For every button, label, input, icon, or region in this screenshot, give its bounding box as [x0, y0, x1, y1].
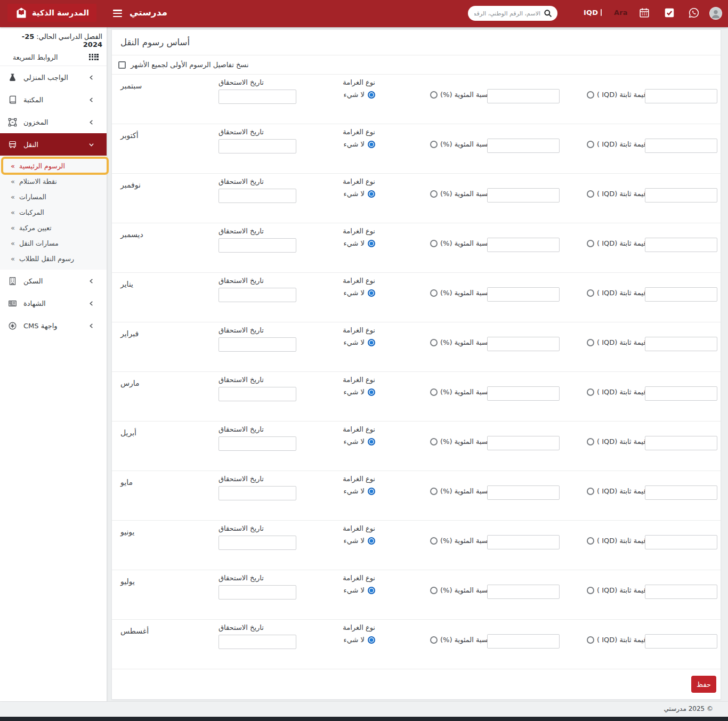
- fine-fixed-input[interactable]: [645, 535, 717, 549]
- fine-percentage-input[interactable]: [487, 485, 560, 500]
- fine-percentage-radio[interactable]: [430, 289, 438, 297]
- fine-percentage-input[interactable]: [487, 535, 560, 549]
- sidebar-subitem-student-transport-fees[interactable]: « رسوم النقل للطلاب: [0, 251, 107, 266]
- fine-fixed-radio[interactable]: [587, 190, 594, 198]
- fine-fixed-radio[interactable]: [587, 289, 594, 297]
- fine-percentage-input[interactable]: [487, 436, 560, 450]
- sidebar-subitem-transport-routes[interactable]: « مسارات النقل: [0, 236, 107, 251]
- fine-none-radio[interactable]: [368, 488, 375, 495]
- fine-fixed-input[interactable]: [645, 634, 717, 649]
- fine-none-radio[interactable]: [368, 388, 375, 396]
- fine-none-radio[interactable]: [368, 141, 375, 148]
- sidebar-item-inventory[interactable]: المخزون: [0, 111, 107, 133]
- due-date-input[interactable]: [219, 387, 296, 401]
- currency-selector[interactable]: IQD: [584, 9, 602, 17]
- fine-fixed-radio[interactable]: [587, 636, 594, 644]
- fine-percentage-input[interactable]: [487, 238, 560, 252]
- search-icon[interactable]: [544, 9, 552, 18]
- sidebar-subitem-vehicles[interactable]: « المركبات: [0, 205, 107, 220]
- due-date-input[interactable]: [219, 139, 296, 153]
- copy-fees-checkbox[interactable]: [118, 61, 126, 69]
- due-date-input[interactable]: [219, 337, 296, 352]
- fine-none-radio[interactable]: [368, 587, 375, 594]
- sidebar-item-certificate[interactable]: الشهادة: [0, 292, 107, 314]
- fine-percentage-input[interactable]: [487, 188, 560, 202]
- fine-fixed-input[interactable]: [645, 139, 717, 153]
- fine-fixed-radio[interactable]: [587, 388, 594, 396]
- fine-none-radio[interactable]: [368, 339, 375, 346]
- fine-fixed-input[interactable]: [645, 287, 717, 302]
- fine-fixed-radio[interactable]: [587, 587, 594, 594]
- fine-fixed-radio[interactable]: [587, 141, 594, 148]
- fine-percentage-input[interactable]: [487, 287, 560, 302]
- fine-fixed-radio[interactable]: [587, 488, 594, 495]
- fine-fixed-input[interactable]: [645, 188, 717, 202]
- fine-percentage-input[interactable]: [487, 634, 560, 649]
- fine-fixed-radio[interactable]: [587, 339, 594, 346]
- avatar[interactable]: [709, 7, 722, 20]
- due-date-input[interactable]: [219, 238, 296, 253]
- brand-logo[interactable]: المدرسة الذكية: [7, 4, 96, 22]
- fine-percentage-input[interactable]: [487, 337, 560, 351]
- fine-percentage-radio[interactable]: [430, 388, 438, 396]
- due-date-input[interactable]: [219, 486, 296, 500]
- due-date-input[interactable]: [219, 90, 296, 104]
- fine-percentage-radio[interactable]: [430, 537, 438, 545]
- fine-none-radio[interactable]: [368, 438, 375, 445]
- fine-percentage-input[interactable]: [487, 585, 560, 599]
- fine-none-radio[interactable]: [368, 537, 375, 545]
- quick-links[interactable]: الروابط السريعة: [0, 48, 107, 66]
- fine-fixed-input[interactable]: [645, 436, 717, 450]
- sidebar-item-library[interactable]: المكتبة: [0, 88, 107, 111]
- fine-none-radio[interactable]: [368, 289, 375, 297]
- fine-none-radio[interactable]: [368, 240, 375, 247]
- fine-none-radio[interactable]: [368, 190, 375, 198]
- hamburger-icon[interactable]: [113, 10, 122, 17]
- fine-fixed-radio[interactable]: [587, 537, 594, 545]
- language-selector[interactable]: Ara: [614, 9, 628, 17]
- fine-percentage-radio[interactable]: [430, 339, 438, 346]
- fine-percentage-radio[interactable]: [430, 91, 438, 99]
- fine-percentage-radio[interactable]: [430, 636, 438, 644]
- fine-fixed-input[interactable]: [645, 89, 717, 103]
- due-date-input[interactable]: [219, 635, 296, 649]
- fine-percentage-input[interactable]: [487, 89, 560, 103]
- sidebar-item-homework[interactable]: الواجب المنزلي: [0, 66, 107, 88]
- sidebar-subitem-pickup-point[interactable]: « نقطة الاستلام: [0, 174, 107, 189]
- fine-fixed-input[interactable]: [645, 485, 717, 500]
- fine-percentage-radio[interactable]: [430, 438, 438, 445]
- save-button[interactable]: حفظ: [691, 676, 716, 693]
- calendar-icon[interactable]: [638, 7, 650, 19]
- fine-percentage-input[interactable]: [487, 139, 560, 153]
- due-date-input[interactable]: [219, 288, 296, 302]
- whatsapp-icon[interactable]: [688, 7, 700, 19]
- fine-fixed-input[interactable]: [645, 337, 717, 351]
- due-date-input[interactable]: [219, 536, 296, 550]
- fine-fixed-radio[interactable]: [587, 438, 594, 445]
- fine-fixed-input[interactable]: [645, 238, 717, 252]
- fine-fixed-radio[interactable]: [587, 91, 594, 99]
- fine-percentage-radio[interactable]: [430, 240, 438, 247]
- sidebar-subitem-assign-vehicle[interactable]: « تعيين مركبة: [0, 220, 107, 236]
- fine-percentage-radio[interactable]: [430, 141, 438, 148]
- fine-percentage-radio[interactable]: [430, 488, 438, 495]
- fine-fixed-input[interactable]: [645, 386, 717, 401]
- sidebar-subitem-routes[interactable]: « المسارات: [0, 189, 107, 205]
- fine-none-radio[interactable]: [368, 91, 375, 99]
- fine-fixed-input[interactable]: [645, 585, 717, 599]
- fine-fixed-radio[interactable]: [587, 240, 594, 247]
- fine-percentage-radio[interactable]: [430, 587, 438, 594]
- sidebar-subitem-main-fees[interactable]: « الرسوم الرئيسية: [0, 158, 107, 174]
- fine-percentage-input[interactable]: [487, 386, 560, 401]
- fine-none-radio[interactable]: [368, 636, 375, 644]
- fine-percentage-radio[interactable]: [430, 190, 438, 198]
- due-date-input[interactable]: [219, 189, 296, 203]
- sidebar-item-housing[interactable]: السكن: [0, 270, 107, 292]
- tasks-icon[interactable]: [664, 7, 675, 19]
- sidebar-item-cms[interactable]: واجهة CMS: [0, 314, 107, 337]
- due-date-input[interactable]: [219, 436, 296, 451]
- sidebar-item-transport[interactable]: النقل: [0, 133, 107, 156]
- due-date-input[interactable]: [219, 585, 296, 600]
- currency-label: IQD: [584, 9, 598, 17]
- search-input[interactable]: [474, 10, 540, 17]
